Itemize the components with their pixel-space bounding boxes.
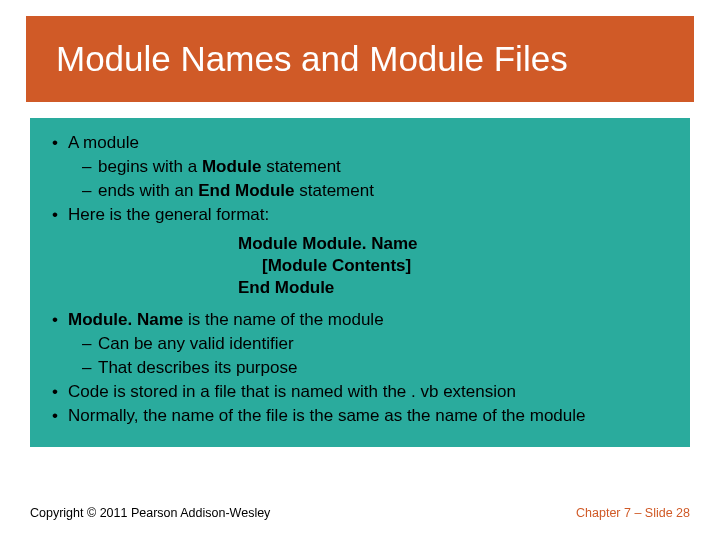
text: statement	[295, 181, 374, 200]
code-line: Module Module. Name	[238, 233, 678, 255]
code-block: Module Module. Name [Module Contents] En…	[238, 233, 678, 299]
dash-item: Can be any valid identifier	[68, 333, 678, 356]
text: begins with a	[98, 157, 202, 176]
dash-list: begins with a Module statement ends with…	[68, 156, 678, 203]
dash-item: begins with a Module statement	[68, 156, 678, 179]
chapter-label: Chapter 7 – Slide 28	[576, 506, 690, 520]
text: is the name of the module	[183, 310, 383, 329]
bullet-item: Here is the general format:	[42, 204, 678, 227]
bullet-item: Module. Name is the name of the module C…	[42, 309, 678, 380]
text: That describes its purpose	[98, 358, 297, 377]
bullet-list-top: A module begins with a Module statement …	[42, 132, 678, 227]
bullet-text: A module	[68, 133, 139, 152]
bullet-text: Here is the general format:	[68, 205, 269, 224]
dash-item: ends with an End Module statement	[68, 180, 678, 203]
bullet-item: A module begins with a Module statement …	[42, 132, 678, 203]
bullet-list-bottom: Module. Name is the name of the module C…	[42, 309, 678, 428]
text-bold: End Module	[198, 181, 294, 200]
code-line: End Module	[238, 277, 678, 299]
text: Can be any valid identifier	[98, 334, 294, 353]
content-area: A module begins with a Module statement …	[30, 118, 690, 447]
footer: Copyright © 2011 Pearson Addison-Wesley …	[30, 506, 690, 520]
text: ends with an	[98, 181, 198, 200]
text-bold: Module	[202, 157, 262, 176]
slide-title: Module Names and Module Files	[56, 39, 568, 79]
text: statement	[261, 157, 340, 176]
bullet-text: Normally, the name of the file is the sa…	[68, 406, 586, 425]
dash-item: That describes its purpose	[68, 357, 678, 380]
bullet-item: Normally, the name of the file is the sa…	[42, 405, 678, 428]
bullet-text: Code is stored in a file that is named w…	[68, 382, 516, 401]
dash-list: Can be any valid identifier That describ…	[68, 333, 678, 380]
title-bar: Module Names and Module Files	[26, 16, 694, 102]
bullet-item: Code is stored in a file that is named w…	[42, 381, 678, 404]
copyright-text: Copyright © 2011 Pearson Addison-Wesley	[30, 506, 270, 520]
text-bold: Module. Name	[68, 310, 183, 329]
code-line: [Module Contents]	[238, 255, 678, 277]
